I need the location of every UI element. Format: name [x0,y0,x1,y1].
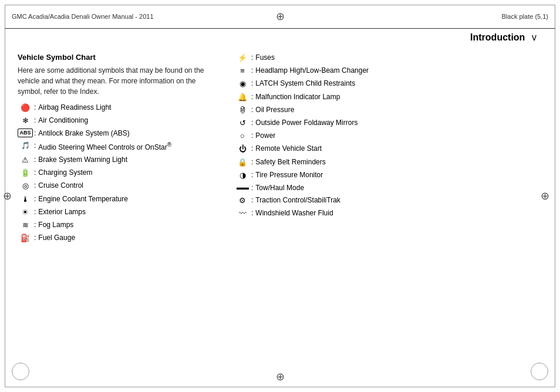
list-item: 🛢 : Oil Pressure [235,105,542,116]
list-item: 🔒 : Safety Belt Reminders [235,157,542,168]
charging-label: Charging System [38,168,217,178]
cruise-control-icon: ◎ [18,181,33,191]
safety-belt-icon: 🔒 [235,157,250,168]
fog-lamps-icon: ≋ [18,220,33,231]
mil-label: Malfunction Indicator Lamp [255,92,542,102]
remote-start-icon: ⏻ [235,144,250,154]
list-item: 🌡 : Engine Coolant Temperature [18,194,217,205]
center-crosshair-icon: ⊕ [273,9,287,23]
mil-icon: 🔔 [235,92,250,103]
tire-pressure-label: Tire Pressure Monitor [255,170,542,180]
list-item: ◎ : Cruise Control [18,181,217,191]
latch-label: LATCH System Child Restraints [255,79,542,89]
page-section-title: Introduction [470,32,525,42]
brake-warning-icon: ⚠ [18,155,33,165]
bottom-crosshair-icon: ⊕ [273,370,287,384]
power-label: Power [255,131,542,141]
cruise-control-label: Cruise Control [38,181,217,191]
page-number: v [532,32,537,42]
list-item: ▬▬ : Tow/Haul Mode [235,183,542,193]
two-column-layout: Vehicle Symbol Chart Here are some addit… [18,53,542,246]
oil-pressure-icon: 🛢 [235,105,250,116]
ac-icon: ❄ [18,116,33,126]
list-item: 〰 : Windshield Washer Fluid [235,208,542,219]
airbag-icon: 🔴 [18,103,33,113]
left-symbol-list: 🔴 : Airbag Readiness Light ❄ : Air Condi… [18,103,217,244]
fog-lamps-label: Fog Lamps [38,220,217,230]
tow-haul-label: Tow/Haul Mode [255,183,542,193]
washer-fluid-label: Windshield Washer Fluid [255,208,542,218]
list-item: ≋ : Fog Lamps [18,220,217,231]
list-item: ◑ : Tire Pressure Monitor [235,170,542,181]
oil-pressure-label: Oil Pressure [255,105,542,115]
list-item: ⚙ : Traction Control/StabiliTrak [235,195,542,206]
list-item: ↺ : Outside Power Foldaway Mirrors [235,118,542,129]
list-item: 🔋 : Charging System [18,168,217,178]
audio-steering-label: Audio Steering Wheel Controls or OnStar® [38,141,217,153]
header-right-text: Black plate (5,1) [502,13,548,20]
list-item: ≡ : Headlamp High/Low-Beam Changer [235,66,542,76]
list-item: ⚠ : Brake System Warning Light [18,155,217,165]
list-item: 🔴 : Airbag Readiness Light [18,103,217,113]
exterior-lamps-icon: ☀ [18,207,33,218]
list-item: ABS : Antilock Brake System (ABS) [18,129,217,138]
section-title: Vehicle Symbol Chart [18,53,217,62]
charging-icon: 🔋 [18,168,33,178]
bottom-center-crosshair: ⊕ [273,370,287,384]
ac-label: Air Conditioning [38,116,217,126]
foldaway-mirrors-icon: ↺ [235,118,250,129]
list-item: ☀ : Exterior Lamps [18,207,217,218]
fuses-icon: ⚡ [235,53,250,63]
bottom-right-registration [531,363,548,380]
bottom-left-registration [12,363,29,380]
headlamp-label: Headlamp High/Low-Beam Changer [255,66,542,76]
exterior-lamps-label: Exterior Lamps [38,207,217,217]
safety-belt-label: Safety Belt Reminders [255,157,542,167]
left-column: Vehicle Symbol Chart Here are some addit… [18,53,217,246]
right-symbol-list: ⚡ : Fuses ≡ : Headlamp High/Low-Beam Cha… [235,53,542,219]
list-item: 🔔 : Malfunction Indicator Lamp [235,92,542,103]
list-item: ○ : Power [235,131,542,141]
list-item: ❄ : Air Conditioning [18,116,217,126]
header-left-text: GMC Acadia/Acadia Denali Owner Manual - … [12,13,154,20]
list-item: ⏻ : Remote Vehicle Start [235,144,542,154]
intro-text: Here are some additional symbols that ma… [18,65,217,97]
airbag-label: Airbag Readiness Light [38,103,217,113]
foldaway-mirrors-label: Outside Power Foldaway Mirrors [255,118,542,128]
latch-icon: ◉ [235,79,250,89]
fuel-gauge-icon: ⛽ [18,233,33,244]
abs-icon: ABS [18,129,33,137]
traction-control-label: Traction Control/StabiliTrak [255,195,542,205]
list-item: ⚡ : Fuses [235,53,542,63]
right-column: ⚡ : Fuses ≡ : Headlamp High/Low-Beam Cha… [235,53,542,246]
left-crosshair-icon: ⊕ [0,189,14,203]
coolant-temp-icon: 🌡 [18,194,33,205]
power-icon: ○ [235,131,250,141]
fuses-label: Fuses [255,53,542,63]
top-divider [5,28,555,29]
brake-warning-label: Brake System Warning Light [38,155,217,165]
list-item: ⛽ : Fuel Gauge [18,233,217,244]
coolant-temp-label: Engine Coolant Temperature [38,194,217,204]
audio-steering-icon: 🎵 [18,141,33,151]
header: GMC Acadia/Acadia Denali Owner Manual - … [5,5,555,28]
tire-pressure-icon: ◑ [235,170,250,181]
remote-start-label: Remote Vehicle Start [255,144,542,154]
main-content: Vehicle Symbol Chart Here are some addit… [18,53,542,357]
side-left-crosshair: ⊕ [0,189,14,203]
list-item: ◉ : LATCH System Child Restraints [235,79,542,89]
list-item: 🎵 : Audio Steering Wheel Controls or OnS… [18,141,217,153]
side-right-crosshair: ⊕ [538,189,552,203]
fuel-gauge-label: Fuel Gauge [38,233,217,243]
traction-control-icon: ⚙ [235,195,250,206]
headlamp-icon: ≡ [235,66,250,76]
tow-haul-icon: ▬▬ [235,183,250,192]
abs-label: Antilock Brake System (ABS) [38,129,217,138]
page-title-area: Introduction v [470,32,537,43]
right-crosshair-icon: ⊕ [538,189,552,203]
washer-fluid-icon: 〰 [235,208,250,219]
header-center-mark: ⊕ [273,9,287,23]
